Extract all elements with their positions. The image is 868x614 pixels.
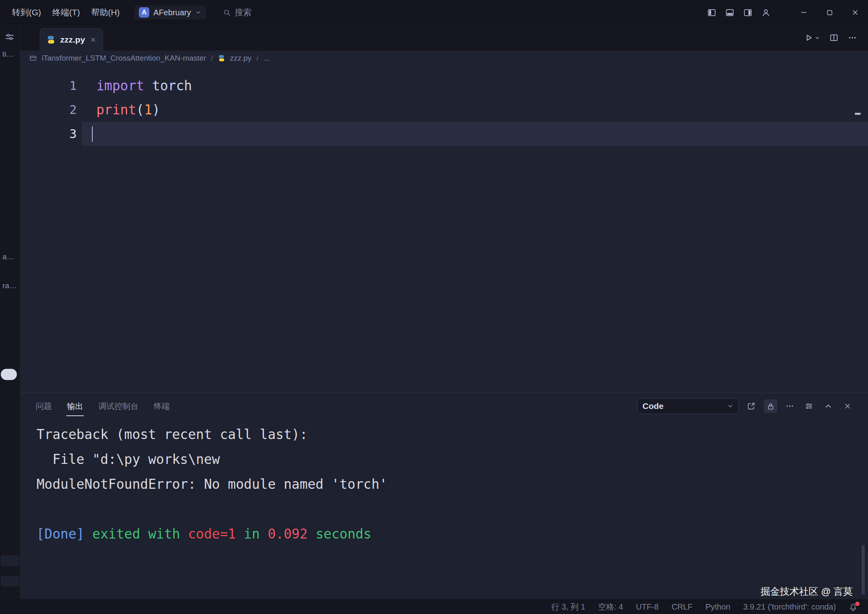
tab-label: zzz.py [60,35,85,45]
filter-icon[interactable] [802,399,816,413]
code-editor[interactable]: 1 import torch 2 print(1) 3 [20,66,868,393]
toggle-sidebar-left-icon[interactable] [703,4,721,21]
workspace-icon: A [139,7,149,18]
output-channel-value: Code [642,401,724,411]
status-cursor-position[interactable]: 行 3, 列 1 [551,602,585,612]
line-number: 3 [20,122,81,146]
breadcrumb-more[interactable]: ... [263,54,270,63]
minimize-button[interactable] [791,0,817,25]
output-console[interactable]: Traceback (most recent call last): File … [20,419,868,600]
maximize-button[interactable] [817,0,842,25]
sidebar-collapsed: ti… a… ra… [0,25,20,600]
code-line-active: 3 [20,122,868,146]
line-number: 1 [20,74,81,98]
search-placeholder: 搜索 [235,7,252,18]
panel-actions: Code [637,398,868,414]
editor-group: zzz.py [20,25,868,600]
overview-ruler-marker [855,113,861,115]
panel-tabs: 问题 输出 调试控制台 终端 [20,398,171,414]
more-actions-icon[interactable] [848,33,857,42]
search-icon [223,9,231,16]
chevron-down-icon [195,9,201,16]
code-text [81,122,868,146]
status-bar: 行 3, 列 1 空格: 4 UTF-8 CRLF Python 3.9.21 … [0,600,868,614]
output-line: File "d:\py works\new [37,447,852,472]
tab-bar: zzz.py [20,25,868,51]
open-output-in-editor-icon[interactable] [744,399,758,413]
status-encoding[interactable]: UTF-8 [636,602,659,612]
chevron-up-icon[interactable] [821,399,835,413]
chevron-down-icon [727,403,734,409]
breadcrumb-separator: / [256,54,258,63]
output-line-blank [37,497,852,522]
tab-problems[interactable]: 问题 [35,398,53,414]
output-line: Traceback (most recent call last): [37,422,852,447]
tab-output[interactable]: 输出 [66,398,84,414]
editor-actions [804,33,868,42]
close-tab-icon[interactable] [90,37,96,43]
sidebar-selection-indicator [1,369,17,380]
bottom-panel: 问题 输出 调试控制台 终端 Code [20,393,868,600]
window-icon [29,55,37,62]
sidebar-item-placeholder [1,576,19,586]
output-channel-select[interactable]: Code [637,398,739,414]
watermark: 掘金技术社区 @ 言莫 [760,585,853,598]
chevron-down-icon [815,35,820,41]
notification-badge [855,602,860,606]
sidebar-item-placeholder [1,555,19,566]
vscode-window: 转到(G) 终端(T) 帮助(H) A AFebruary 搜索 [0,0,868,614]
split-editor-icon[interactable] [829,33,838,42]
python-file-icon [218,55,225,62]
workspace-dropdown[interactable]: A AFebruary [134,5,206,20]
status-python-interpreter[interactable]: 3.9.21 ('torchthird': conda) [743,602,836,612]
titlebar: 转到(G) 终端(T) 帮助(H) A AFebruary 搜索 [0,0,868,25]
sidebar-item-truncated[interactable]: ti… [2,50,20,59]
panel-header: 问题 输出 调试控制台 终端 Code [20,393,868,419]
output-line: ModuleNotFoundError: No module named 'to… [37,472,852,497]
workspace-label: AFebruary [153,8,191,17]
window-controls [703,0,868,25]
status-eol[interactable]: CRLF [671,602,692,612]
sidebar-item-truncated[interactable]: a… [2,252,20,261]
sliders-icon[interactable] [5,32,14,42]
tab-zzz-py[interactable]: zzz.py [40,28,103,51]
text-cursor [92,126,93,142]
code-line: 2 print(1) [20,98,868,122]
menubar: 转到(G) 终端(T) 帮助(H) [0,4,125,21]
panel-scrollbar-thumb[interactable] [862,545,865,594]
notifications-bell-icon[interactable] [849,603,858,612]
breadcrumb-separator: / [211,54,213,63]
code-line: 1 import torch [20,74,868,98]
status-language[interactable]: Python [705,602,730,612]
more-actions-icon[interactable] [783,399,797,413]
breadcrumb: iTansformer_LSTM_CrossAttention_KAN-mast… [20,51,868,66]
menu-goto[interactable]: 转到(G) [6,4,47,21]
account-icon[interactable] [757,4,775,21]
line-number: 2 [20,98,81,122]
menu-help[interactable]: 帮助(H) [85,4,125,21]
toggle-panel-icon[interactable] [721,4,739,21]
python-file-icon [47,35,55,44]
code-text: import torch [81,74,868,98]
tab-terminal[interactable]: 终端 [153,398,171,414]
close-window-button[interactable] [842,0,868,25]
sidebar-item-truncated[interactable]: ra… [2,281,20,290]
lock-autoscroll-icon[interactable] [764,399,777,413]
toggle-sidebar-right-icon[interactable] [739,4,757,21]
search-box[interactable]: 搜索 [223,7,252,18]
menu-terminal[interactable]: 终端(T) [47,4,85,21]
breadcrumb-folder[interactable]: iTansformer_LSTM_CrossAttention_KAN-mast… [42,54,206,63]
run-button[interactable] [804,33,820,42]
body: ti… a… ra… zzz.py [0,25,868,600]
close-panel-icon[interactable] [841,399,854,413]
code-text: print(1) [81,98,868,122]
tab-debug-console[interactable]: 调试控制台 [98,398,139,414]
output-line-done: [Done] exited with code=1 in 0.092 secon… [37,522,852,547]
status-indent[interactable]: 空格: 4 [598,602,623,612]
breadcrumb-file[interactable]: zzz.py [230,54,252,63]
